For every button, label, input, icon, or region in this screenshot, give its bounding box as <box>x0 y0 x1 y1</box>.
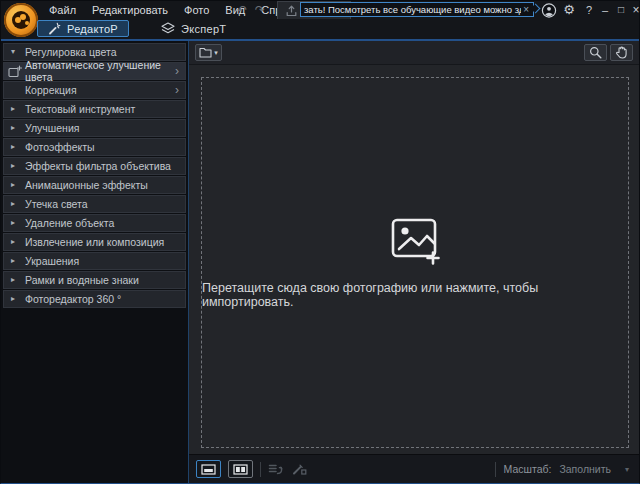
menu-photo[interactable]: Фото <box>176 1 217 19</box>
section-text-tool[interactable]: ▸ Текстовый инструмент <box>3 100 186 118</box>
magnifier-icon <box>589 46 602 59</box>
section-photo-effects[interactable]: ▸ Фотоэффекты <box>3 138 186 156</box>
section-frames-watermarks[interactable]: ▸ Рамки и водяные знаки <box>3 271 186 289</box>
section-label: Эффекты фильтра объектива <box>25 160 171 172</box>
minimize-button[interactable]: – <box>597 1 613 19</box>
triangle-right-icon: ▸ <box>11 180 15 189</box>
main-area: ▾ Регулировка цвета Автоматическое улучш… <box>1 41 639 483</box>
triangle-right-icon: ▸ <box>11 294 15 303</box>
magic-wand-icon <box>48 22 61 35</box>
folder-icon <box>199 47 212 58</box>
triangle-right-icon: ▸ <box>11 161 15 170</box>
undo-icon[interactable]: ↶ <box>237 1 247 19</box>
single-view-icon <box>201 464 216 475</box>
chevron-right-icon: › <box>175 84 185 96</box>
single-view-button[interactable] <box>196 460 221 478</box>
effects-sidebar: ▾ Регулировка цвета Автоматическое улучш… <box>1 41 188 483</box>
upload-icon <box>286 5 297 17</box>
item-auto-color-enhance[interactable]: Автоматическое улучшение цвета › <box>3 62 186 80</box>
caret-down-icon: ▾ <box>214 49 218 57</box>
close-button[interactable]: × <box>628 1 640 19</box>
section-light-leak[interactable]: ▸ Утечка света <box>3 195 186 213</box>
tab-expert-label: ЭксперТ <box>181 23 226 35</box>
canvas-toolbar: ▾ <box>189 41 639 65</box>
zoom-tool-button[interactable] <box>584 44 607 61</box>
add-photo-icon <box>387 217 443 267</box>
divider <box>495 462 496 477</box>
drop-instruction-text: Перетащите сюда свою фотографию или нажм… <box>202 281 628 309</box>
triangle-right-icon: ▸ <box>11 218 15 227</box>
section-extract-composite[interactable]: ▸ Извлечение или композиция <box>3 233 186 251</box>
apply-effects-icon <box>268 463 285 476</box>
titlebar: Файл Редактировать Фото Вид Справка ↶ ↷ … <box>1 1 639 39</box>
photo-drop-zone[interactable]: Перетащите сюда свою фотографию или нажм… <box>201 77 629 448</box>
triangle-down-icon: ▾ <box>11 47 15 56</box>
section-photo-editor-360[interactable]: ▸ Фоторедактор 360 ° <box>3 290 186 308</box>
statusbar: Масштаб: Заполнить ▾ <box>189 454 639 483</box>
section-label: Текстовый инструмент <box>25 103 135 115</box>
section-improvements[interactable]: ▸ Улучшения <box>3 119 186 137</box>
tutorial-tooltip: зать! Посмотреть все обучающие видео мож… <box>300 2 534 17</box>
app-logo-icon <box>4 3 38 37</box>
divider <box>260 462 261 477</box>
triangle-right-icon: ▸ <box>11 142 15 151</box>
section-decorations[interactable]: ▸ Украшения <box>3 252 186 270</box>
pan-tool-button[interactable] <box>610 44 633 61</box>
menubar: Файл Редактировать Фото Вид Справка <box>41 1 312 19</box>
triangle-right-icon: ▸ <box>11 104 15 113</box>
settings-gear-icon[interactable]: ⚙ <box>561 1 577 19</box>
tab-expert[interactable]: ЭксперТ <box>151 20 236 37</box>
item-label: Коррекция <box>25 84 77 96</box>
section-label: Извлечение или композиция <box>25 236 164 248</box>
edit-pen-icon <box>292 463 307 475</box>
triangle-right-icon: ▸ <box>11 237 15 246</box>
section-label: Улучшения <box>25 122 79 134</box>
section-label: Рамки и водяные знаки <box>25 274 139 286</box>
item-label: Автоматическое улучшение цвета <box>25 59 175 83</box>
tab-editor-label: РедактоР <box>67 23 118 35</box>
canvas-body: Перетащите сюда свою фотографию или нажм… <box>189 65 639 454</box>
menu-edit[interactable]: Редактировать <box>84 1 176 19</box>
section-label: Анимационные эффекты <box>25 179 148 191</box>
section-label: Украшения <box>25 255 79 267</box>
section-label: Регулировка цвета <box>25 46 117 58</box>
photopad-window: Файл Редактировать Фото Вид Справка ↶ ↷ … <box>0 0 640 484</box>
auto-enhance-icon <box>8 65 22 78</box>
menu-file[interactable]: Файл <box>41 1 84 19</box>
open-photo-button[interactable]: ▾ <box>195 44 222 61</box>
section-lens-filter-effects[interactable]: ▸ Эффекты фильтра объектива <box>3 157 186 175</box>
tab-editor[interactable]: РедактоР <box>37 20 129 37</box>
zoom-select[interactable]: Заполнить ▾ <box>559 463 629 475</box>
redo-icon[interactable]: ↷ <box>255 1 265 19</box>
triangle-right-icon: ▸ <box>11 275 15 284</box>
section-label: Фоторедактор 360 ° <box>25 293 121 305</box>
claw-icon <box>12 11 30 29</box>
triangle-right-icon: ▸ <box>11 256 15 265</box>
caret-down-icon: ▾ <box>625 465 629 474</box>
account-icon[interactable] <box>541 3 557 18</box>
layers-icon <box>161 22 175 35</box>
section-object-removal[interactable]: ▸ Удаление объекта <box>3 214 186 232</box>
history-buttons: ↶ ↷ <box>237 1 265 19</box>
section-label: Удаление объекта <box>25 217 114 229</box>
help-icon[interactable]: ? <box>581 1 597 19</box>
section-label: Фотоэффекты <box>25 141 95 153</box>
tooltip-text: зать! Посмотреть все обучающие видео мож… <box>301 4 521 15</box>
chevron-right-icon: › <box>175 65 185 77</box>
triangle-right-icon: ▸ <box>11 123 15 132</box>
zoom-value: Заполнить <box>559 463 611 475</box>
item-correction[interactable]: Коррекция › <box>3 81 186 99</box>
hand-icon <box>615 46 628 59</box>
section-animation-effects[interactable]: ▸ Анимационные эффекты <box>3 176 186 194</box>
maximize-button[interactable]: □ <box>613 1 629 19</box>
split-view-icon <box>233 464 248 475</box>
canvas-panel: ▾ <box>188 41 639 483</box>
triangle-right-icon: ▸ <box>11 199 15 208</box>
split-view-button[interactable] <box>228 460 253 478</box>
section-label: Утечка света <box>25 198 88 210</box>
zoom-label: Масштаб: <box>504 463 552 475</box>
